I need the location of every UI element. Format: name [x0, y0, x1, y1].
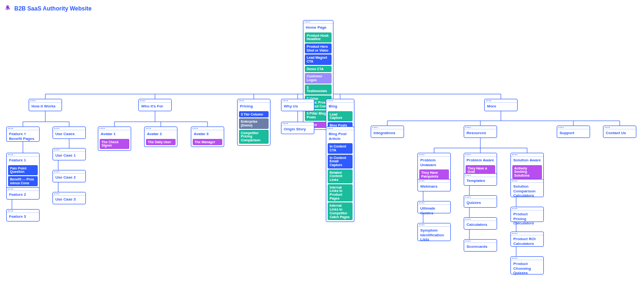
content-chip[interactable]: In Content CTA [328, 143, 353, 153]
node-avatar1[interactable]: Avatar 1The Check Signer [98, 127, 131, 151]
node-support[interactable]: Support [557, 126, 590, 138]
node-integrations[interactable]: Integrations [371, 126, 404, 138]
node-feature2[interactable]: Feature 2 [6, 187, 40, 200]
node-avatar2[interactable]: Avatar 2The Daily User [144, 127, 177, 147]
drag-handle-icon[interactable] [557, 126, 590, 129]
drag-handle-icon[interactable] [53, 192, 85, 196]
drag-handle-icon[interactable] [7, 210, 39, 213]
drag-handle-icon[interactable] [7, 127, 39, 130]
node-contactus[interactable]: Contact Us [603, 126, 636, 138]
node-label: Use Case 1 [53, 152, 85, 159]
node-label: Use Case 2 [53, 174, 85, 181]
node-label: More [485, 103, 517, 110]
drag-handle-icon[interactable] [145, 127, 177, 130]
node-label: Product ROI Calculators [511, 235, 543, 247]
node-pricing[interactable]: Pricing3 Tier ColumnEnterprise (Demo)Com… [237, 99, 270, 146]
node-usecase2[interactable]: Use Case 2 [52, 170, 86, 182]
node-originstory[interactable]: Origin Story [281, 122, 314, 134]
node-blog[interactable]: BlogLead CaptureBlog Posts [326, 99, 354, 131]
node-howitworks[interactable]: How it Works [29, 99, 62, 111]
node-ultimateguides[interactable]: Ultimate Guides [417, 201, 451, 213]
node-prodchoosingquiz[interactable]: Product Choosing Quizzes [510, 256, 544, 274]
drag-handle-icon[interactable] [238, 99, 270, 103]
node-prodpricingcalc[interactable]: Product Pricing Calculators [510, 207, 544, 222]
drag-handle-icon[interactable] [303, 21, 333, 24]
drag-handle-icon[interactable] [281, 122, 314, 126]
drag-handle-icon[interactable] [603, 126, 636, 129]
node-solcompcalc[interactable]: Solution Comparison Calculators [510, 179, 544, 197]
drag-handle-icon[interactable] [371, 126, 404, 129]
node-usecases[interactable]: Use Cases [52, 127, 86, 139]
drag-handle-icon[interactable] [464, 218, 497, 221]
node-resources[interactable]: Resources [464, 126, 497, 138]
content-chip[interactable]: Benefit — Pros minus Cons [8, 176, 38, 186]
content-chip[interactable]: Customer Logos [305, 73, 332, 83]
drag-handle-icon[interactable] [191, 127, 224, 130]
drag-handle-icon[interactable] [485, 99, 517, 103]
node-calculators[interactable]: Calculators [464, 217, 497, 230]
content-chip[interactable]: Related Content Links [328, 169, 353, 183]
drag-handle-icon[interactable] [511, 207, 543, 211]
content-chip[interactable]: Internal Links to Product Pages [328, 184, 353, 202]
drag-handle-icon[interactable] [418, 179, 450, 183]
content-chip[interactable]: Product Hook Headline [305, 32, 332, 42]
content-chip[interactable]: Product Hero Shot or Video [305, 43, 332, 53]
node-featurebenefit[interactable]: Feature + Benefit Pages [6, 127, 40, 142]
drag-handle-icon[interactable] [418, 201, 450, 205]
node-whyus[interactable]: Why Us [281, 99, 314, 111]
node-feature3[interactable]: Feature 3 [6, 209, 40, 222]
drag-handle-icon[interactable] [511, 257, 543, 260]
drag-handle-icon[interactable] [53, 148, 85, 152]
content-chip[interactable]: Internal Links to Competitor Catch Pages [328, 202, 353, 220]
content-chip[interactable]: Actively Seeking Solutions [512, 165, 542, 179]
drag-handle-icon[interactable] [464, 240, 497, 243]
node-webinars[interactable]: Webinars [417, 179, 451, 191]
content-chip[interactable]: The Check Signer [100, 139, 129, 149]
node-symptomlists[interactable]: Symptom Identification Lists [417, 223, 451, 241]
node-blogpostarticle[interactable]: Blog Post ArticleIn Content CTAIn Conten… [326, 127, 354, 222]
node-solutionaware[interactable]: Solution AwareActively Seeking Solutions [510, 153, 544, 181]
content-chip[interactable]: Demo CTA [305, 66, 332, 73]
content-chip[interactable]: Pain Point Question [8, 165, 38, 175]
node-usecase3[interactable]: Use Case 3 [52, 192, 86, 204]
node-usecase1[interactable]: Use Case 1 [52, 148, 86, 160]
node-quizzes[interactable]: Quizzes [464, 195, 497, 208]
drag-handle-icon[interactable] [511, 153, 543, 157]
drag-handle-icon[interactable] [326, 127, 354, 130]
node-whoitsfor[interactable]: Who it's For [138, 99, 172, 111]
node-templates[interactable]: Templates [464, 173, 497, 186]
drag-handle-icon[interactable] [326, 99, 354, 103]
drag-handle-icon[interactable] [464, 126, 497, 129]
content-chip[interactable]: 3 Tier Column [239, 111, 269, 118]
drag-handle-icon[interactable] [29, 99, 62, 103]
node-problemunaware[interactable]: Problem UnawareThey Have Painpoints [417, 153, 451, 182]
content-chip[interactable]: The Manager [193, 139, 222, 146]
content-chip[interactable]: Lead Capture [328, 111, 353, 121]
node-more[interactable]: More [484, 99, 518, 111]
content-chip[interactable]: 3 Testimonials [305, 84, 332, 95]
content-chip[interactable]: In Content Email Capture [328, 155, 353, 169]
drag-handle-icon[interactable] [418, 153, 450, 157]
content-chip[interactable]: Competitor Pricing Comparison [239, 130, 269, 144]
drag-handle-icon[interactable] [7, 188, 39, 191]
drag-handle-icon[interactable] [139, 99, 171, 103]
drag-handle-icon[interactable] [464, 153, 497, 157]
drag-handle-icon[interactable] [464, 196, 497, 199]
node-label: Blog Post Article [326, 130, 354, 142]
drag-handle-icon[interactable] [511, 232, 543, 235]
drag-handle-icon[interactable] [418, 223, 450, 227]
node-prodroicalc[interactable]: Product ROI Calculators [510, 232, 544, 247]
drag-handle-icon[interactable] [53, 170, 85, 174]
drag-handle-icon[interactable] [281, 99, 314, 103]
content-chip[interactable]: Enterprise (Demo) [239, 118, 269, 128]
node-scorecards[interactable]: Scorecards [464, 239, 497, 252]
content-chip[interactable]: Lead Magnet CTA [305, 54, 332, 64]
drag-handle-icon[interactable] [53, 127, 85, 130]
drag-handle-icon[interactable] [7, 153, 39, 157]
drag-handle-icon[interactable] [464, 174, 497, 177]
content-chip[interactable]: They Have Painpoints [419, 169, 449, 179]
drag-handle-icon[interactable] [511, 179, 543, 183]
drag-handle-icon[interactable] [98, 127, 131, 130]
content-chip[interactable]: The Daily User [146, 139, 176, 146]
node-avatar3[interactable]: Avatar 3The Manager [191, 127, 224, 147]
